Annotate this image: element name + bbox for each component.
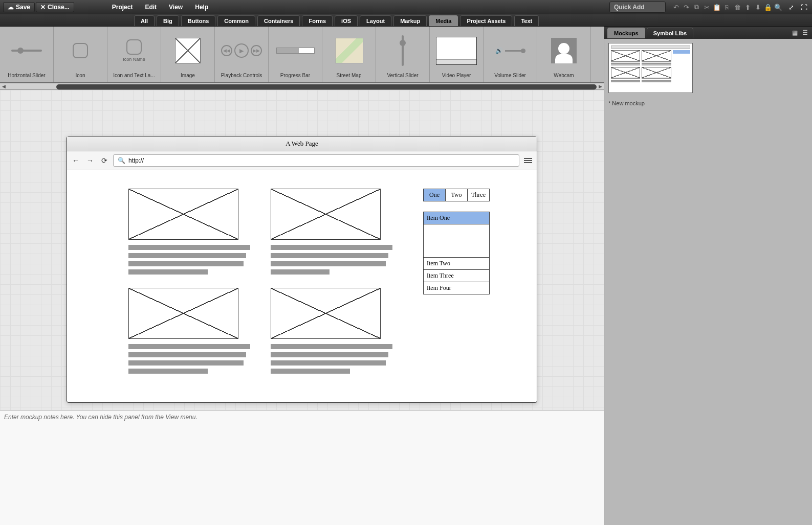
category-tabs: All Big Buttons Common Containers Forms … bbox=[0, 14, 812, 27]
image-placeholder-icon bbox=[128, 288, 238, 339]
lock-icon[interactable]: 🔒 bbox=[763, 3, 773, 11]
menu-project[interactable]: Project bbox=[106, 4, 139, 11]
cat-markup[interactable]: Markup bbox=[393, 15, 427, 26]
close-icon: ✕ bbox=[40, 4, 46, 11]
grid-view-icon[interactable]: ▦ bbox=[791, 29, 799, 37]
cat-media[interactable]: Media bbox=[429, 15, 458, 26]
undo-icon[interactable]: ↶ bbox=[671, 3, 681, 11]
save-button[interactable]: ☁Save bbox=[3, 2, 35, 12]
widget-progress-bar[interactable]: Progress Bar bbox=[269, 27, 322, 82]
cat-common[interactable]: Common bbox=[217, 15, 255, 26]
menu-help[interactable]: Help bbox=[189, 4, 214, 11]
widget-icon[interactable]: Icon bbox=[54, 27, 107, 82]
accordion-body bbox=[424, 224, 489, 258]
scrollbar-thumb[interactable] bbox=[56, 84, 597, 89]
canvas[interactable]: A Web Page ← → ⟳ 🔍http:// bbox=[0, 90, 604, 410]
tab-two[interactable]: Two bbox=[446, 189, 468, 201]
cat-containers[interactable]: Containers bbox=[257, 15, 300, 26]
bring-front-icon[interactable]: ⬆ bbox=[743, 3, 752, 11]
search-icon: 🔍 bbox=[118, 157, 125, 164]
search-icon[interactable]: 🔍 bbox=[774, 3, 783, 11]
send-back-icon[interactable]: ⬇ bbox=[753, 3, 762, 11]
menu-view[interactable]: View bbox=[163, 4, 189, 11]
duplicate-icon[interactable]: ⎘ bbox=[722, 3, 732, 11]
quick-add-input[interactable]: Quick Add bbox=[609, 2, 666, 13]
tab-one[interactable]: One bbox=[424, 189, 446, 201]
widget-playback-controls[interactable]: ◀◀▶▶▶Playback Controls bbox=[215, 27, 269, 82]
widget-webcam[interactable]: Webcam bbox=[537, 27, 591, 82]
cat-buttons[interactable]: Buttons bbox=[181, 15, 216, 26]
accordion-item-3[interactable]: Item Three bbox=[424, 270, 489, 282]
mockup-name-label[interactable]: * New mockup bbox=[604, 97, 812, 109]
image-placeholder-icon bbox=[128, 189, 238, 240]
browser-title: A Web Page bbox=[67, 136, 537, 151]
cat-ios[interactable]: iOS bbox=[335, 15, 358, 26]
accordion-item-2[interactable]: Item Two bbox=[424, 258, 489, 270]
tab-three[interactable]: Three bbox=[468, 189, 489, 201]
fullscreen-icon[interactable]: ⛶ bbox=[799, 3, 808, 11]
cut-icon[interactable]: ✂ bbox=[702, 3, 711, 11]
accordion-item-4[interactable]: Item Four bbox=[424, 282, 489, 294]
notes-panel[interactable]: Enter mockup notes here. You can hide th… bbox=[0, 410, 604, 525]
cat-project-assets[interactable]: Project Assets bbox=[460, 15, 512, 26]
widget-image[interactable]: Image bbox=[161, 27, 215, 82]
copy-icon[interactable]: ⧉ bbox=[692, 3, 701, 11]
url-input[interactable]: 🔍http:// bbox=[113, 154, 519, 167]
cat-text[interactable]: Text bbox=[514, 15, 539, 26]
tabset-widget[interactable]: One Two Three bbox=[423, 189, 490, 201]
paste-icon[interactable]: 📋 bbox=[712, 3, 721, 11]
cat-all[interactable]: All bbox=[134, 15, 155, 26]
forward-icon[interactable]: → bbox=[84, 155, 96, 166]
list-view-icon[interactable]: ☰ bbox=[801, 29, 809, 37]
export-icon[interactable]: ⤢ bbox=[786, 3, 796, 11]
cat-big[interactable]: Big bbox=[157, 15, 179, 26]
menu-edit[interactable]: Edit bbox=[139, 4, 163, 11]
card-grid bbox=[128, 189, 392, 377]
image-placeholder-icon bbox=[271, 288, 381, 339]
gallery-scrollbar[interactable]: ◀ ▶ bbox=[0, 83, 604, 90]
browser-window-widget[interactable]: A Web Page ← → ⟳ 🔍http:// bbox=[67, 136, 537, 403]
accordion-item-1[interactable]: Item One bbox=[424, 212, 489, 224]
card-3[interactable] bbox=[128, 288, 250, 377]
browser-toolbar: ← → ⟳ 🔍http:// bbox=[67, 151, 537, 170]
widget-volume-slider[interactable]: 🔊Volume Slider bbox=[484, 27, 537, 82]
mockup-thumbnail[interactable] bbox=[608, 43, 693, 93]
topbar: ☁Save ✕Close... Project Edit View Help Q… bbox=[0, 0, 812, 14]
card-1[interactable] bbox=[128, 189, 250, 278]
card-2[interactable] bbox=[271, 189, 392, 278]
widget-horizontal-slider[interactable]: Horizontal Slider bbox=[0, 27, 54, 82]
scroll-right-icon[interactable]: ▶ bbox=[597, 83, 604, 90]
redo-icon[interactable]: ↷ bbox=[682, 3, 691, 11]
cat-forms[interactable]: Forms bbox=[302, 15, 333, 26]
reload-icon[interactable]: ⟳ bbox=[99, 155, 110, 166]
widget-gallery: Horizontal Slider Icon Icon NameIcon and… bbox=[0, 27, 604, 83]
widget-video-player[interactable]: Video Player bbox=[430, 27, 484, 82]
scroll-left-icon[interactable]: ◀ bbox=[0, 83, 7, 90]
rp-tab-symbol-libs[interactable]: Symbol Libs bbox=[647, 28, 693, 38]
widget-icon-and-text-label[interactable]: Icon NameIcon and Text La... bbox=[107, 27, 161, 82]
accordion-widget[interactable]: Item One Item Two Item Three Item Four bbox=[423, 212, 490, 294]
image-placeholder-icon bbox=[271, 189, 381, 240]
widget-street-map[interactable]: Street Map bbox=[322, 27, 376, 82]
widget-vertical-slider[interactable]: Vertical Slider bbox=[376, 27, 430, 82]
rp-tab-mockups[interactable]: Mockups bbox=[607, 28, 645, 38]
right-panel: Mockups Symbol Libs ▦ ☰ * New mockup bbox=[604, 27, 812, 525]
hamburger-icon[interactable] bbox=[522, 155, 534, 166]
card-4[interactable] bbox=[271, 288, 392, 377]
cloud-icon: ☁ bbox=[8, 4, 14, 11]
delete-icon[interactable]: 🗑 bbox=[733, 3, 742, 11]
close-button[interactable]: ✕Close... bbox=[36, 2, 74, 12]
back-icon[interactable]: ← bbox=[70, 155, 81, 166]
cat-layout[interactable]: Layout bbox=[360, 15, 391, 26]
